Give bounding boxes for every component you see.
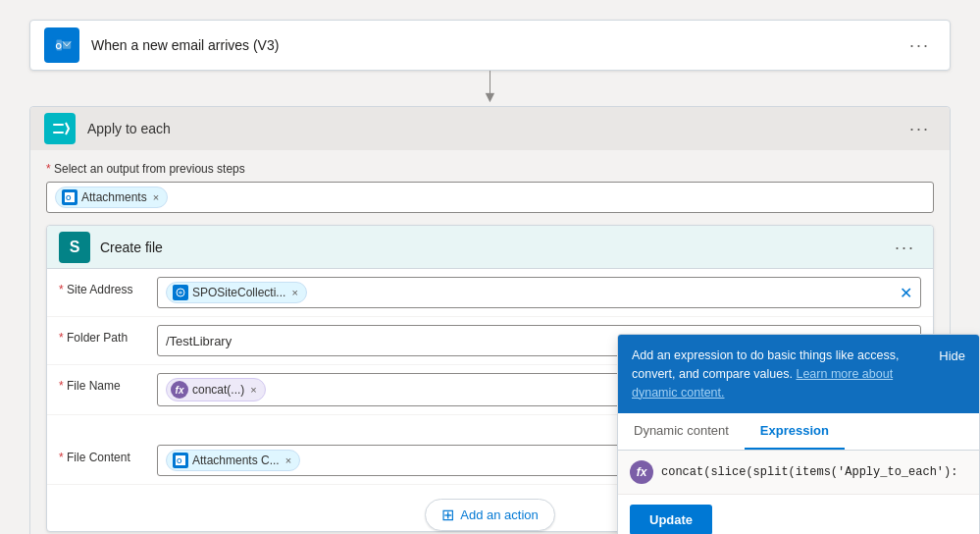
arrow-connector: ▼ <box>29 71 951 106</box>
sharepoint-icon-box: S <box>59 232 90 263</box>
s-letter: S <box>70 239 80 256</box>
tab-expression[interactable]: Expression <box>745 413 845 450</box>
expr-fx-icon: fx <box>630 460 653 484</box>
expression-panel: Add an expression to do basic things lik… <box>617 334 980 534</box>
update-button[interactable]: Update <box>630 505 712 534</box>
expr-input-row: fx concat(slice(split(items('Apply_to_ea… <box>618 451 979 495</box>
expr-tabs: Dynamic content Expression <box>618 413 979 451</box>
attachments-label: Attachments <box>81 190 147 204</box>
apply-to-each-header: Apply to each ··· <box>30 107 950 150</box>
site-address-input[interactable]: SPOSiteCollecti... × ✕ <box>157 277 921 308</box>
file-content-remove-button[interactable]: × <box>285 454 291 466</box>
file-name-remove-button[interactable]: × <box>250 384 256 396</box>
apply-to-each-title: Apply to each <box>87 121 903 136</box>
site-address-row: * Site Address SPOSiteCollecti... × <box>47 269 933 317</box>
folder-path-label: * Folder Path <box>59 325 157 345</box>
trigger-title: When a new email arrives (V3) <box>91 37 903 53</box>
svg-text:O: O <box>66 194 72 201</box>
create-file-header: S Create file ··· <box>47 226 933 269</box>
expr-header-text: Add an expression to do basic things lik… <box>632 347 929 401</box>
trigger-icon: O <box>44 27 79 63</box>
apply-icon-box <box>44 113 76 144</box>
site-address-label: * Site Address <box>59 277 157 296</box>
file-content-token-icon: O <box>173 453 188 468</box>
file-content-label: * File Content <box>59 445 157 464</box>
site-address-value: SPOSiteCollecti... <box>192 286 285 299</box>
trigger-card: O When a new email arrives (V3) ··· <box>29 20 951 71</box>
fx-icon: fx <box>171 381 188 399</box>
add-action-label: Add an action <box>460 507 539 522</box>
outlook-icon: O <box>51 34 73 56</box>
file-name-label: * File Name <box>59 373 157 393</box>
file-content-token: O Attachments C... × <box>166 450 300 471</box>
site-addr-token-icon <box>173 285 188 300</box>
apply-more-button[interactable]: ··· <box>903 116 936 141</box>
attachments-token: O Attachments × <box>55 187 168 208</box>
trigger-more-button[interactable]: ··· <box>903 32 936 58</box>
select-output-label: * Select an output from previous steps <box>46 162 934 176</box>
hide-button[interactable]: Hide <box>939 347 965 366</box>
add-action-button[interactable]: ⊞ Add an action <box>425 499 555 531</box>
globe-icon <box>176 288 185 297</box>
outlook-small-icon: O <box>65 192 75 202</box>
attachments-token-icon: O <box>62 189 77 205</box>
site-address-remove-button[interactable]: × <box>291 287 297 298</box>
tab-dynamic-content[interactable]: Dynamic content <box>618 413 745 450</box>
loop-icon <box>50 119 70 138</box>
create-file-more-button[interactable]: ··· <box>889 235 921 260</box>
folder-path-value: /TestLibrary <box>166 334 232 348</box>
expr-header: Add an expression to do basic things lik… <box>618 335 979 413</box>
file-name-fx-token: fx concat(...) × <box>166 378 266 401</box>
site-address-clear-button[interactable]: ✕ <box>900 284 912 302</box>
select-output-input[interactable]: O Attachments × <box>46 182 934 213</box>
file-content-value: Attachments C... <box>192 454 280 467</box>
add-action-icon: ⊞ <box>441 506 454 524</box>
svg-text:O: O <box>56 42 63 51</box>
concat-value: concat(...) <box>192 383 244 397</box>
site-address-token: SPOSiteCollecti... × <box>166 282 307 303</box>
create-file-title: Create file <box>100 240 889 255</box>
svg-text:O: O <box>177 457 182 464</box>
expr-text-input[interactable]: concat(slice(split(items('Apply_to_each'… <box>661 465 967 479</box>
outlook-content-icon: O <box>176 455 185 465</box>
attachments-remove-button[interactable]: × <box>153 191 159 203</box>
arrow-head: ▼ <box>483 88 498 106</box>
